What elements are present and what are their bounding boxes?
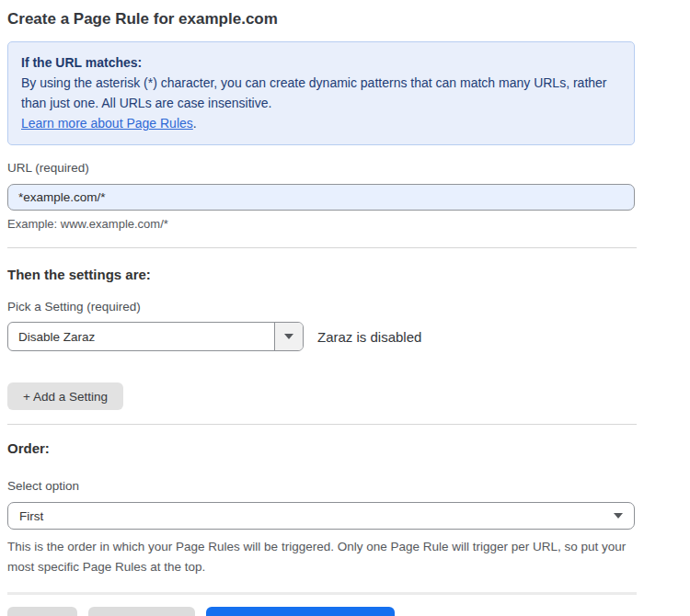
setting-select-value: Disable Zaraz (8, 323, 274, 350)
info-box-link-line: Learn more about Page Rules. (21, 113, 621, 133)
caret-down-icon (614, 513, 623, 519)
url-match-info-box: If the URL matches: By using the asteris… (7, 41, 635, 145)
save-as-draft-button[interactable]: Save as Draft (88, 607, 195, 616)
caret-down-icon (284, 334, 293, 339)
order-section-heading: Order: (7, 439, 635, 458)
order-select-value: First (19, 509, 614, 523)
setting-select-arrow-button[interactable] (274, 323, 303, 350)
page-title: Create a Page Rule for example.com (7, 9, 635, 29)
section-divider (7, 247, 637, 248)
url-example-hint: Example: www.example.com/* (7, 216, 635, 232)
footer-divider (7, 592, 637, 595)
add-setting-button[interactable]: + Add a Setting (7, 382, 123, 410)
info-box-body: By using the asterisk (*) character, you… (21, 73, 621, 113)
form-actions: Cancel Save as Draft Save and Deploy Pag… (7, 607, 635, 616)
settings-section-heading: Then the settings are: (7, 266, 635, 284)
order-help-text: This is the order in which your Page Rul… (7, 537, 629, 577)
section-divider (7, 424, 637, 425)
pick-setting-label: Pick a Setting (required) (7, 299, 635, 315)
setting-select[interactable]: Disable Zaraz (7, 322, 304, 351)
setting-status-text: Zaraz is disabled (317, 329, 421, 345)
create-page-rule-page: Create a Page Rule for example.com If th… (0, 0, 690, 616)
url-input[interactable] (7, 184, 635, 211)
order-select-label: Select option (7, 478, 635, 495)
link-suffix: . (193, 116, 197, 131)
form-content: Create a Page Rule for example.com If th… (7, 9, 635, 616)
cancel-button[interactable]: Cancel (7, 607, 77, 616)
info-box-heading: If the URL matches: (21, 52, 621, 73)
save-and-deploy-button[interactable]: Save and Deploy Page Rule (206, 607, 396, 616)
url-field-label: URL (required) (7, 160, 635, 177)
learn-more-link[interactable]: Learn more about Page Rules (21, 116, 193, 131)
setting-row: Disable Zaraz Zaraz is disabled (7, 322, 635, 351)
order-select[interactable]: First (7, 502, 635, 530)
